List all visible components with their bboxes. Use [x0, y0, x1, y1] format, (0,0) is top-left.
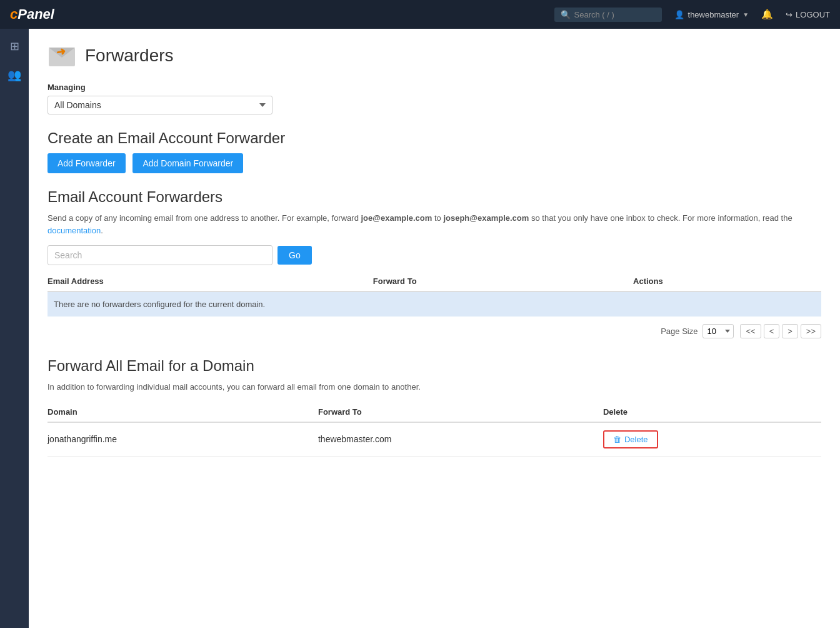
add-forwarder-button[interactable]: Add Forwarder: [48, 153, 126, 173]
search-row: Go: [48, 245, 821, 265]
trash-icon: 🗑: [613, 435, 621, 444]
col-forward-to: Forward To: [373, 271, 633, 291]
col-actions: Actions: [633, 271, 821, 291]
col-email-address: Email Address: [48, 271, 373, 291]
table-row: jonathangriffin.me thewebmaster.com 🗑 De…: [48, 422, 821, 457]
managing-section: Managing All Domains: [48, 83, 821, 114]
create-forwarder-buttons: Add Forwarder Add Domain Forwarder: [48, 153, 821, 173]
search-icon: 🔍: [561, 10, 571, 19]
page-size-select[interactable]: 10 25 50 100: [702, 324, 734, 338]
empty-message: There are no forwarders configured for t…: [48, 291, 821, 317]
pagination-row: Page Size 10 25 50 100 << < > >>: [48, 324, 821, 338]
logout-icon: ↪: [786, 10, 792, 19]
page-title: Forwarders: [85, 46, 174, 66]
col-delete: Delete: [603, 402, 821, 422]
domain-forwarder-desc: In addition to forwarding individual mai…: [48, 381, 821, 393]
page-size-label: Page Size: [661, 327, 698, 336]
sidebar-item-users[interactable]: 👥: [3, 64, 26, 86]
delete-button[interactable]: 🗑 Delete: [603, 430, 658, 448]
email-forwarders-desc: Send a copy of any incoming email from o…: [48, 212, 821, 236]
email-forwarders-title: Email Account Forwarders: [48, 188, 821, 206]
search-input[interactable]: [48, 245, 272, 265]
domain-forwarder-title: Forward All Email for a Domain: [48, 357, 821, 375]
go-button[interactable]: Go: [278, 246, 312, 265]
forwarder-page-icon: ➜: [48, 41, 76, 70]
email-forwarders-table: Email Address Forward To Actions There a…: [48, 271, 821, 317]
col-domain: Domain: [48, 402, 318, 422]
topnav: cPanel 🔍 👤 thewebmaster ▼ 🔔 ↪ LOGOUT: [0, 0, 840, 29]
sidebar: ⊞ 👥: [0, 29, 29, 628]
create-forwarder-title: Create an Email Account Forwarder: [48, 129, 821, 147]
brand-logo: cPanel: [10, 6, 54, 23]
add-domain-forwarder-button[interactable]: Add Domain Forwarder: [132, 153, 243, 173]
username-label: thewebmaster: [688, 10, 739, 19]
col-forward-to-domain: Forward To: [318, 402, 603, 422]
page-first-button[interactable]: <<: [740, 324, 761, 338]
table-empty-row: There are no forwarders configured for t…: [48, 291, 821, 317]
forward-to-cell: thewebmaster.com: [318, 422, 603, 457]
managing-select[interactable]: All Domains: [48, 96, 272, 114]
notifications-icon[interactable]: 🔔: [761, 9, 773, 20]
logout-button[interactable]: ↪ LOGOUT: [786, 10, 830, 19]
global-search[interactable]: 🔍: [554, 8, 662, 22]
main-content: ➜ Forwarders Managing All Domains Create…: [29, 29, 840, 628]
managing-label: Managing: [48, 83, 821, 92]
page-header: ➜ Forwarders: [48, 41, 821, 70]
domain-forwarders-table: Domain Forward To Delete jonathangriffin…: [48, 402, 821, 457]
page-last-button[interactable]: >>: [801, 324, 821, 338]
user-menu[interactable]: 👤 thewebmaster ▼: [674, 10, 749, 19]
page-prev-button[interactable]: <: [764, 324, 780, 338]
sidebar-item-grid[interactable]: ⊞: [3, 35, 26, 58]
delete-cell: 🗑 Delete: [603, 422, 821, 457]
chevron-down-icon: ▼: [742, 11, 749, 18]
documentation-link[interactable]: documentation: [48, 226, 101, 235]
user-icon: 👤: [674, 10, 684, 19]
page-next-button[interactable]: >: [782, 324, 798, 338]
domain-cell: jonathangriffin.me: [48, 422, 318, 457]
search-input[interactable]: [574, 10, 656, 19]
